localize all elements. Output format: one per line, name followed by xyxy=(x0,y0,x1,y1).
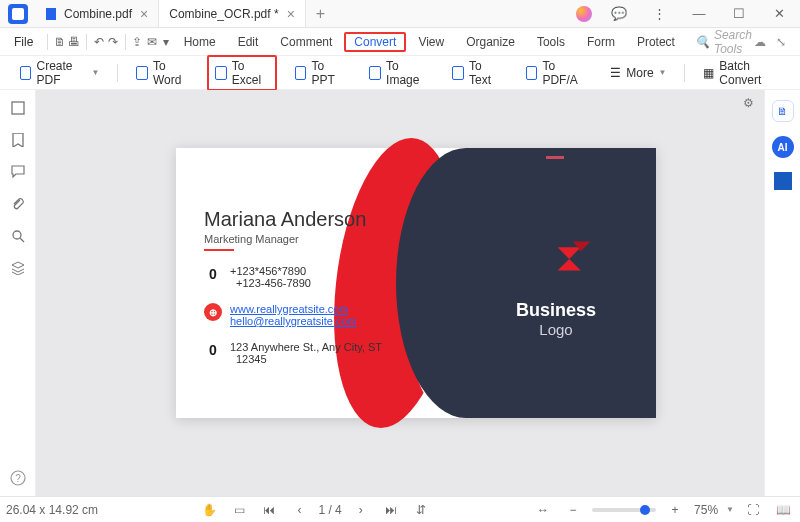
save-icon[interactable]: 🗎 xyxy=(54,31,66,53)
thumbnails-icon[interactable] xyxy=(10,100,26,116)
phone1: +123*456*7890 xyxy=(230,265,311,277)
ppt-icon xyxy=(295,66,307,80)
left-rail: ? xyxy=(0,90,36,496)
svg-point-1 xyxy=(13,231,21,239)
tab-combine[interactable]: Combine.pdf × xyxy=(36,0,159,27)
chevron-down-icon: ▼ xyxy=(91,68,99,77)
convert-toolbar: Create PDF ▼ To Word To Excel To PPT To … xyxy=(0,56,800,90)
assistant-icon[interactable] xyxy=(576,6,592,22)
select-tool-icon[interactable]: ▭ xyxy=(228,499,250,521)
svg-rect-0 xyxy=(12,102,24,114)
read-mode-icon[interactable]: 📖 xyxy=(772,499,794,521)
minimize-button[interactable]: — xyxy=(686,3,712,25)
website-link[interactable]: www.reallygreatsite.com xyxy=(230,303,357,315)
phone-icon: 0 xyxy=(204,265,222,283)
close-icon[interactable]: × xyxy=(287,6,295,22)
titlebar: Combine.pdf × Combine_OCR.pdf * × + 💬 ⋮ … xyxy=(0,0,800,28)
kebab-icon[interactable]: ⋮ xyxy=(646,3,672,25)
share-icon[interactable]: ⇪ xyxy=(131,31,143,53)
convert-chip-icon[interactable]: 🗎 xyxy=(772,100,794,122)
prev-page-button[interactable]: ‹ xyxy=(288,499,310,521)
menu-comment[interactable]: Comment xyxy=(270,32,342,52)
to-image-button[interactable]: To Image xyxy=(361,55,434,91)
tab-combine-ocr[interactable]: Combine_OCR.pdf * × xyxy=(159,0,306,27)
zoom-out-button[interactable]: − xyxy=(562,499,584,521)
page-dimensions: 26.04 x 14.92 cm xyxy=(6,503,98,517)
new-tab-button[interactable]: + xyxy=(306,5,335,23)
file-menu[interactable]: File xyxy=(6,35,41,49)
next-page-button[interactable]: › xyxy=(350,499,372,521)
company-logo xyxy=(546,228,604,286)
document-canvas[interactable]: Business Logo Mariana Anderson Marketing… xyxy=(36,90,764,496)
tab-label: Combine_OCR.pdf * xyxy=(169,7,278,21)
hand-tool-icon[interactable]: ✋ xyxy=(198,499,220,521)
redo-icon[interactable]: ↷ xyxy=(107,31,119,53)
expand-icon[interactable]: ⤡ xyxy=(776,35,786,49)
to-text-button[interactable]: To Text xyxy=(444,55,507,91)
label: To Text xyxy=(469,59,500,87)
menu-view[interactable]: View xyxy=(408,32,454,52)
person-name: Mariana Anderson xyxy=(204,208,382,231)
close-button[interactable]: ✕ xyxy=(766,3,792,25)
brand-text: Business Logo xyxy=(496,300,616,338)
chevron-down-icon[interactable]: ▼ xyxy=(726,505,734,514)
ms-word-icon[interactable] xyxy=(774,172,792,190)
email-icon[interactable]: ✉ xyxy=(145,31,157,53)
first-page-button[interactable]: ⏮ xyxy=(258,499,280,521)
address-icon: 0 xyxy=(204,341,222,359)
menu-convert[interactable]: Convert xyxy=(344,32,406,52)
to-excel-button[interactable]: To Excel xyxy=(207,55,277,91)
menu-edit[interactable]: Edit xyxy=(228,32,269,52)
menu-organize[interactable]: Organize xyxy=(456,32,525,52)
more-button[interactable]: ☰ More ▼ xyxy=(602,62,674,84)
search-placeholder: Search Tools xyxy=(714,28,752,56)
menubar: File 🗎 🖶 ↶ ↷ ⇪ ✉ ▾ Home Edit Comment Con… xyxy=(0,28,800,56)
menu-form[interactable]: Form xyxy=(577,32,625,52)
chevron-down-icon[interactable]: ▾ xyxy=(160,31,172,53)
word-icon xyxy=(136,66,148,80)
menu-home[interactable]: Home xyxy=(174,32,226,52)
fullscreen-icon[interactable]: ⛶ xyxy=(742,499,764,521)
search-tools[interactable]: 🔍 Search Tools xyxy=(695,28,752,56)
bookmark-icon[interactable] xyxy=(10,132,26,148)
comment-icon[interactable] xyxy=(10,164,26,180)
zoom-slider[interactable] xyxy=(592,508,656,512)
create-pdf-button[interactable]: Create PDF ▼ xyxy=(12,55,107,91)
to-pdfa-button[interactable]: To PDF/A xyxy=(518,55,593,91)
decor-dash xyxy=(546,156,564,159)
attachment-icon[interactable] xyxy=(10,196,26,212)
help-icon[interactable]: ? xyxy=(10,470,26,486)
pdfa-icon xyxy=(526,66,538,80)
label: To Excel xyxy=(232,59,269,87)
card-dark-panel xyxy=(396,148,656,418)
image-icon xyxy=(369,66,381,80)
address-line2: 12345 xyxy=(236,353,382,365)
phone2: +123-456-7890 xyxy=(236,277,311,289)
excel-icon xyxy=(215,66,227,80)
undo-icon[interactable]: ↶ xyxy=(93,31,105,53)
maximize-button[interactable]: ☐ xyxy=(726,3,752,25)
close-icon[interactable]: × xyxy=(140,6,148,22)
doc-icon xyxy=(46,8,56,20)
email-link[interactable]: hello@reallygreatsite.com xyxy=(230,315,357,327)
last-page-button[interactable]: ⏭ xyxy=(380,499,402,521)
menu-protect[interactable]: Protect xyxy=(627,32,685,52)
fit-width-icon[interactable]: ↔ xyxy=(532,499,554,521)
batch-convert-button[interactable]: ▦ Batch Convert xyxy=(695,55,788,91)
ai-icon[interactable]: AI xyxy=(772,136,794,158)
to-word-button[interactable]: To Word xyxy=(128,55,197,91)
print-icon[interactable]: 🖶 xyxy=(68,31,80,53)
layers-icon[interactable] xyxy=(10,260,26,276)
cloud-icon[interactable]: ☁ xyxy=(754,35,766,49)
menu-tools[interactable]: Tools xyxy=(527,32,575,52)
label: More xyxy=(626,66,653,80)
page-indicator[interactable]: 1 / 4 xyxy=(318,503,341,517)
search-panel-icon[interactable] xyxy=(10,228,26,244)
sliders-icon[interactable]: ⚙ xyxy=(743,96,759,112)
right-rail: 🗎 AI ⚙ xyxy=(764,90,800,496)
to-ppt-button[interactable]: To PPT xyxy=(287,55,352,91)
feedback-icon[interactable]: 💬 xyxy=(606,3,632,25)
scroll-mode-icon[interactable]: ⇵ xyxy=(410,499,432,521)
zoom-in-button[interactable]: + xyxy=(664,499,686,521)
grid-icon: ▦ xyxy=(703,66,714,80)
